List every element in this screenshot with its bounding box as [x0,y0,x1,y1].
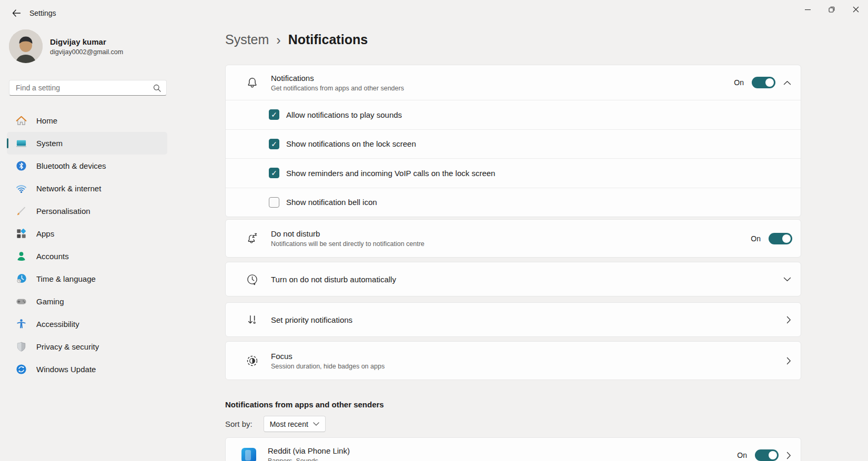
option-reminders-voip[interactable]: Show reminders and incoming VoIP calls o… [226,158,801,188]
notifications-toggle[interactable] [752,77,775,88]
chevron-right-icon[interactable] [786,316,791,324]
focus-row[interactable]: Focus Session duration, hide badges on a… [226,352,801,370]
focus-icon [246,354,259,367]
sidebar-item-label: Home [36,116,57,125]
back-button[interactable] [6,5,26,21]
focus-subtitle: Session duration, hide badges on apps [271,363,385,370]
notifications-subtitle: Get notifications from apps and other se… [271,85,404,92]
sidebar-item-label: Bluetooth & devices [36,161,106,170]
do-not-disturb-card: Do not disturb Notifications will be sen… [225,219,801,258]
sidebar-item-label: Personalisation [36,207,90,216]
search-box[interactable] [9,80,167,96]
user-profile[interactable]: Digvijay kumar digvijay0002@gmail.com [9,29,123,63]
chevron-right-icon[interactable] [786,357,791,365]
sort-dropdown[interactable]: Most recent [264,416,326,432]
sort-by-label: Sort by: [225,419,253,428]
gaming-icon [15,295,27,308]
sidebar-item-label: Accounts [36,252,69,261]
sidebar-item-label: System [36,139,63,148]
do-not-disturb-row: Do not disturb Notifications will be sen… [226,229,801,248]
priority-notifications-card[interactable]: Set priority notifications [225,302,801,337]
close-button[interactable] [844,0,868,19]
sidebar-item-network-internet[interactable]: Network & internet [7,177,167,200]
apps-section-heading: Notifications from apps and other sender… [225,400,384,409]
reddit-app-name: Reddit (via Phone Link) [268,446,350,455]
sidebar-item-home[interactable]: Home [7,109,167,132]
window-title: Settings [29,9,56,17]
apps-icon [15,228,27,240]
sidebar-item-label: Gaming [36,297,64,306]
restore-button[interactable] [820,0,844,19]
sidebar-item-gaming[interactable]: Gaming [7,290,167,313]
sidebar-item-label: Windows Update [36,365,96,374]
network-icon [15,182,27,194]
do-not-disturb-title: Do not disturb [271,229,425,238]
chevron-up-icon[interactable] [783,80,791,85]
checkbox-bell-icon[interactable] [269,197,279,208]
settings-window: Settings Digvijay kumar digvijay0002@gma… [0,0,868,461]
breadcrumb-parent[interactable]: System [225,32,269,47]
accessibility-icon [15,318,27,330]
sidebar-item-time-language[interactable]: Time & language [7,268,167,290]
close-icon [853,6,859,13]
user-name: Digvijay kumar [50,37,123,46]
reddit-toggle[interactable] [755,449,779,461]
checkbox-play-sounds[interactable] [269,109,279,120]
dnd-automatic-card[interactable]: Turn on do not disturb automatically [225,262,801,296]
priority-icon [246,313,259,326]
back-arrow-icon [12,9,21,17]
sidebar-item-privacy-security[interactable]: Privacy & security [7,335,167,358]
app-notification-card-reddit[interactable]: Reddit (via Phone Link) Banners, Sounds … [225,437,801,461]
sort-row: Sort by: Most recent [225,416,326,432]
option-bell-icon[interactable]: Show notification bell icon [226,188,801,217]
chevron-down-icon[interactable] [783,277,791,282]
windows-update-icon [15,363,27,375]
do-not-disturb-toggle-label: On [751,234,761,243]
dnd-automatic-row[interactable]: Turn on do not disturb automatically [226,273,801,286]
breadcrumb: System › Notifications [225,32,368,48]
phone-link-app-icon [241,448,256,461]
priority-notifications-row[interactable]: Set priority notifications [226,313,801,326]
breadcrumb-separator-icon: › [276,33,280,48]
sidebar-item-bluetooth-devices[interactable]: Bluetooth & devices [7,155,167,177]
option-label: Show notifications on the lock screen [286,139,416,148]
bluetooth-icon [15,160,27,172]
sidebar-item-accessibility[interactable]: Accessibility [7,313,167,335]
minimize-icon [805,7,811,13]
checkbox-reminders-voip[interactable] [269,168,279,178]
privacy-icon [15,341,27,353]
focus-card[interactable]: Focus Session duration, hide badges on a… [225,341,801,380]
page-title: Notifications [288,32,368,47]
checkbox-lock-screen[interactable] [269,139,279,149]
avatar [9,29,43,63]
accounts-icon [15,250,27,262]
do-not-disturb-subtitle: Notifications will be sent directly to n… [271,240,425,248]
reddit-row[interactable]: Reddit (via Phone Link) Banners, Sounds … [226,438,801,461]
reddit-toggle-label: On [737,451,747,459]
sidebar-item-label: Time & language [36,274,96,283]
do-not-disturb-toggle[interactable] [769,233,792,244]
window-controls [795,0,868,19]
sidebar-item-label: Privacy & security [36,342,99,351]
option-play-sounds[interactable]: Allow notifications to play sounds [226,100,801,129]
restore-icon [829,6,835,13]
search-input[interactable] [15,83,153,93]
notifications-header-row[interactable]: Notifications Get notifications from app… [226,65,801,100]
personalisation-icon [15,205,27,217]
sidebar-item-apps[interactable]: Apps [7,222,167,245]
notifications-title: Notifications [271,74,404,83]
sidebar-nav: Home System Bluetooth & devices Network … [7,109,167,381]
sidebar-item-system[interactable]: System [7,132,167,155]
do-not-disturb-icon [246,232,259,245]
system-icon [15,137,27,149]
sidebar-item-windows-update[interactable]: Windows Update [7,358,167,381]
chevron-right-icon[interactable] [786,452,791,459]
sidebar-item-label: Apps [36,229,54,238]
option-lock-screen[interactable]: Show notifications on the lock screen [226,129,801,159]
sidebar-item-personalisation[interactable]: Personalisation [7,200,167,222]
sidebar-item-accounts[interactable]: Accounts [7,245,167,268]
sidebar-item-label: Network & internet [36,184,101,193]
minimize-button[interactable] [795,0,820,19]
option-label: Show reminders and incoming VoIP calls o… [286,169,495,178]
bell-icon [246,76,259,89]
